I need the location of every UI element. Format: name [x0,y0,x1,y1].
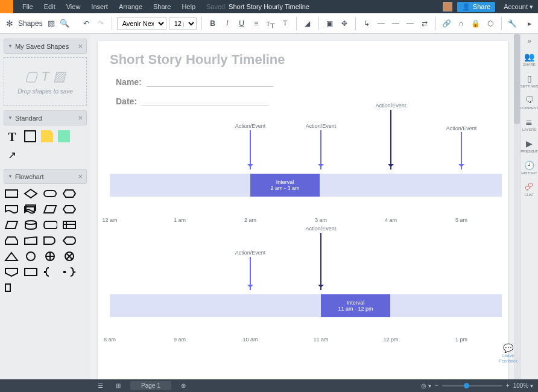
user-avatar[interactable] [443,2,452,11]
share-button[interactable]: 👤Share [457,2,495,12]
line-swap-button[interactable]: ⇄ [419,17,431,30]
panel-standard[interactable]: ▼Standard× [4,110,87,125]
panel-my-saved[interactable]: ▼My Saved Shapes× [4,39,87,54]
fc-display[interactable] [62,235,77,247]
fc-process[interactable] [4,188,19,200]
wrench-button[interactable]: 🔧 [507,17,519,30]
fc-tape[interactable] [23,266,39,278]
fc-prep[interactable] [62,203,77,215]
arrow[interactable] [320,233,321,290]
magnet-button[interactable]: ∩ [455,17,467,30]
add-page-button[interactable]: ⊕ [177,380,189,392]
shape-rect[interactable] [24,130,36,142]
grid-view-icon[interactable]: ⊞ [112,380,124,392]
shape-block[interactable] [58,130,70,142]
font-size-select[interactable]: 12 pt [169,17,197,30]
zoom-in[interactable]: + [506,382,510,389]
fc-doc[interactable] [4,203,19,215]
name-field[interactable]: Name: [116,77,273,87]
diagram-title[interactable]: Short Story Hourly Timeline [110,52,285,68]
feedback-link[interactable]: 💬LeaveFeedback [499,343,517,364]
fc-internal[interactable] [62,219,77,231]
text-color-button[interactable]: ≡ [250,17,262,30]
font-family-select[interactable]: Avenir Next [117,17,166,30]
action-label[interactable]: Action/Event [306,226,337,232]
align-button[interactable]: ▣ [324,17,336,30]
action-label[interactable]: Action/Event [306,123,337,129]
canvas[interactable]: Short Story Hourly Timeline Name: Date: … [90,34,520,379]
fc-sumjunc[interactable] [42,250,58,262]
collapse-rail[interactable]: » [527,37,531,45]
menu-share[interactable]: Share [148,3,176,10]
fc-extract[interactable] [4,250,19,262]
rail-settings[interactable]: ▯SETTINGS [521,74,539,88]
fc-loopstart[interactable] [4,235,19,247]
arrow[interactable] [461,132,462,169]
search-icon[interactable]: 🔍 [60,19,69,28]
rail-layers[interactable]: ≣LAYERS [522,117,536,131]
fc-decision[interactable] [23,188,39,200]
fc-data[interactable] [42,203,58,215]
interval-1[interactable]: Interval2 am - 3 am [250,174,320,197]
timeline-bar-2[interactable] [110,294,502,317]
clear-format-button[interactable]: T [279,17,291,30]
fc-or[interactable] [62,250,77,262]
fc-multidoc[interactable] [23,203,39,215]
fc-offpage[interactable] [4,266,19,278]
undo-button[interactable]: ↶ [80,17,92,30]
rail-comment[interactable]: 🗨COMMENT [520,95,538,110]
bold-button[interactable]: B [207,17,219,30]
rail-history[interactable]: 🕘HISTORY [521,160,537,175]
position-button[interactable]: ✥ [338,17,350,30]
shape-text[interactable]: T [5,130,19,144]
gear-icon[interactable]: ✻ [6,19,13,28]
close-icon[interactable]: × [78,113,83,122]
app-logo[interactable] [0,0,13,13]
cube-button[interactable]: ⬡ [484,17,496,30]
fc-delay[interactable] [42,235,58,247]
action-label[interactable]: Action/Event [376,103,407,109]
fill-button[interactable]: ◢ [302,17,314,30]
menu-edit[interactable]: Edit [39,3,61,10]
underline-button[interactable]: U [236,17,248,30]
italic-button[interactable]: I [221,17,233,30]
line-endpoint-button[interactable]: ↳ [361,17,373,30]
fc-hex[interactable] [62,188,77,200]
interval-2[interactable]: Interval11 am - 12 pm [321,294,390,317]
link-button[interactable]: 🔗 [441,17,453,30]
page-sheet[interactable]: Short Story Hourly Timeline Name: Date: … [98,41,508,379]
target-icon[interactable]: ◎ ▾ [421,382,431,389]
menu-help[interactable]: Help [176,3,201,10]
fc-io[interactable] [4,219,19,231]
play-button[interactable]: ▸ [524,17,536,30]
menu-arrange[interactable]: Arrange [113,3,148,10]
fc-terminator[interactable] [42,188,58,200]
menu-view[interactable]: View [61,3,86,10]
fc-db[interactable] [23,219,39,231]
rail-chat[interactable]: 🗪CHAT [525,182,534,197]
fc-brace2[interactable] [62,266,77,278]
arrow[interactable] [250,257,251,290]
list-view-icon[interactable]: ☰ [94,380,106,392]
page-tab[interactable]: Page 1 [130,381,171,390]
action-label[interactable]: Action/Event [235,250,266,256]
action-label[interactable]: Action/Event [446,125,477,131]
zoom-out[interactable]: − [435,382,438,389]
text-size-button[interactable]: т┬ [265,17,277,30]
shape-arrow[interactable]: ↗ [5,148,19,162]
drop-zone[interactable]: ▢ T ▨ Drop shapes to save [4,57,87,106]
close-icon[interactable]: × [78,42,83,51]
zoom-value[interactable]: 100% ▾ [513,382,533,389]
panel-flowchart[interactable]: ▼Flowchart× [4,169,87,184]
lock-button[interactable]: 🔒 [470,17,482,30]
account-menu[interactable]: Account ▾ [499,3,538,11]
fc-brace[interactable] [42,266,58,278]
fc-manual[interactable] [23,235,39,247]
rail-share[interactable]: 👥SHARE [523,52,536,66]
arrow[interactable] [320,130,321,169]
zoom-slider[interactable] [442,385,502,387]
arrow[interactable] [390,110,391,169]
arrow[interactable] [250,130,251,169]
line-style-1[interactable]: — [375,17,387,30]
document-title[interactable]: Short Story Hourly Timeline [229,3,309,10]
